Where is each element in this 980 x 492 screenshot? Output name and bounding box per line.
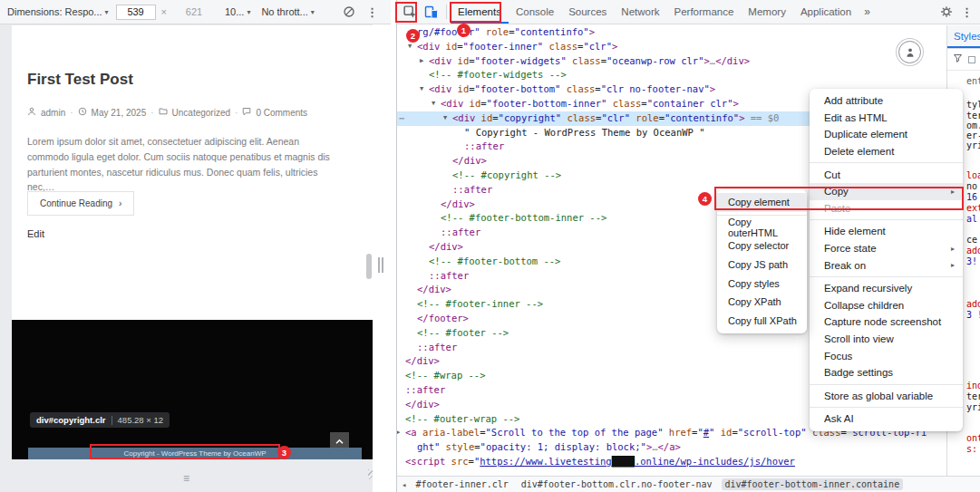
breadcrumb-item[interactable]: div#footer-bottom-inner.containe (722, 478, 904, 490)
menu-item-delete-element[interactable]: Delete element (810, 143, 963, 160)
collapse-arrow-icon[interactable]: ▼ (420, 82, 423, 97)
menu-item-force-state[interactable]: Force state▸ (810, 240, 963, 257)
tree-node[interactable]: ▶<div id="footer-widgets" class="oceanwp… (397, 54, 946, 69)
menu-item-copy-selector[interactable]: Copy selector (717, 236, 807, 256)
code-token: <!-- #footer-inner --> (417, 298, 543, 309)
tab-console[interactable]: Console (509, 0, 561, 24)
chevron-right-icon: › (119, 198, 121, 208)
code-token: > (589, 26, 595, 37)
expand-arrow-icon[interactable]: ▶ (397, 426, 400, 440)
viewport-height-input[interactable] (174, 5, 214, 20)
inspected-copyright-element[interactable]: Copyright - WordPress Theme by OceanWP (28, 448, 362, 459)
tab-performance[interactable]: Performance (667, 0, 742, 24)
tree-node[interactable]: <!-- #footer-widgets --> (397, 68, 946, 82)
menu-separator (810, 219, 963, 220)
collapse-arrow-icon[interactable]: ▼ (432, 97, 435, 111)
tree-node[interactable]: <script src="https://www.livetesting████… (397, 455, 946, 469)
more-tabs-button[interactable]: » (859, 5, 876, 18)
accessibility-icon[interactable] (898, 41, 921, 63)
menu-item-focus[interactable]: Focus (810, 347, 963, 364)
menu-item-copy-full-xpath[interactable]: Copy full XPath (717, 312, 807, 331)
inspect-icon[interactable] (399, 1, 421, 23)
tab-elements[interactable]: Elements (451, 0, 509, 24)
edit-link[interactable]: Edit (27, 228, 44, 239)
menu-item-hide-element[interactable]: Hide element (810, 223, 963, 240)
code-token: "contentinfo" (665, 112, 739, 123)
tab-application[interactable]: Application (793, 0, 859, 24)
inspect-tooltip: div#copyright.clr 485.28 × 12 (30, 412, 170, 428)
menu-item-copy[interactable]: Copy▸ (810, 183, 963, 200)
menu-item-label: Collapse children (824, 300, 904, 311)
menu-item-copy-xpath[interactable]: Copy XPath (717, 293, 807, 312)
tab-sources[interactable]: Sources (561, 0, 614, 24)
viewport-resize-handle[interactable]: ≡ (183, 472, 189, 485)
more-vertical-icon[interactable]: ⋮ (366, 5, 378, 19)
menu-item-capture-node-screenshot[interactable]: Capture node screenshot (810, 314, 963, 331)
viewport-width-input[interactable] (116, 5, 156, 20)
menu-item-expand-recursively[interactable]: Expand recursively (810, 280, 963, 297)
divider-grip-icon[interactable] (378, 257, 383, 273)
code-token: id (451, 83, 469, 94)
menu-item-cut[interactable]: Cut (810, 166, 963, 183)
code-token: id (451, 55, 469, 66)
menu-item-copy-js-path[interactable]: Copy JS path (717, 256, 807, 275)
menu-item-ask-ai[interactable]: Ask AI (810, 410, 963, 428)
menu-item-copy-outerhtml[interactable]: Copy outerHTML (717, 218, 807, 237)
back-arrow-icon[interactable]: ◂ (402, 480, 406, 489)
devtools-divider[interactable] (373, 24, 396, 492)
meta-separator: · (150, 108, 153, 118)
tree-node[interactable]: ght" style="opacity: 1; display: block;"… (397, 440, 946, 455)
code-token: ::after (464, 140, 504, 151)
code-token: ::after (405, 384, 445, 395)
element-state-icon[interactable] (968, 56, 975, 63)
menu-item-label: Ask AI (824, 413, 854, 424)
code-token: id (475, 112, 492, 123)
tree-node[interactable]: rg/#footer" role="contentinfo"> (397, 25, 946, 40)
zoom-dropdown[interactable]: 10... ▾ (225, 6, 250, 17)
tab-memory[interactable]: Memory (741, 0, 793, 24)
menu-item-store-as-global-variable[interactable]: Store as global variable (810, 388, 963, 405)
menu-item-copy-styles[interactable]: Copy styles (717, 274, 807, 293)
breadcrumb-item[interactable]: div#footer-bottom.clr.no-footer-nav (518, 478, 716, 490)
menu-item-break-on[interactable]: Break on▸ (810, 256, 963, 274)
code-token: class (561, 112, 596, 123)
tree-node[interactable]: ▼<div id="footer-inner" class="clr"> (397, 40, 946, 54)
expand-arrow-icon[interactable]: ▶ (420, 54, 423, 69)
style-fragment: ce (966, 235, 977, 245)
menu-item-duplicate-element[interactable]: Duplicate element (810, 126, 963, 143)
menu-item-scroll-into-view[interactable]: Scroll into view (810, 331, 963, 348)
dimensions-dropdown[interactable]: Dimensions: Respo... ▾ (7, 6, 109, 17)
code-token: "opacity: 1; display: block;" (480, 441, 646, 452)
menu-item-badge-settings[interactable]: Badge settings (810, 364, 963, 381)
gear-icon[interactable] (936, 1, 957, 23)
post-author[interactable]: admin (41, 108, 65, 118)
devtools-tab-bar: ElementsConsoleSourcesNetworkPerformance… (397, 0, 980, 24)
clock-icon (78, 107, 87, 118)
throttling-dropdown[interactable]: No thrott... ▾ (261, 6, 314, 17)
filter-funnel-icon[interactable] (953, 53, 963, 66)
post-category[interactable]: Uncategorized (172, 108, 230, 118)
chevron-up-icon (334, 437, 345, 447)
collapse-arrow-icon[interactable]: ▼ (443, 111, 447, 126)
more-actions-icon[interactable]: ⋯ (399, 111, 403, 126)
menu-item-label: Add attribute (824, 95, 883, 106)
tab-network[interactable]: Network (614, 0, 666, 24)
toolbar-divider (446, 5, 447, 19)
style-fragment: al (966, 214, 977, 224)
tab-styles[interactable]: Styles (947, 25, 980, 48)
rotate-icon[interactable] (343, 5, 355, 18)
page-scrollbar[interactable] (366, 254, 372, 279)
menu-item-label: Edit as HTML (824, 112, 888, 123)
menu-item-copy-element[interactable]: Copy element (717, 193, 807, 212)
device-toolbar-icon[interactable] (421, 1, 442, 23)
code-token: <div (452, 112, 475, 123)
menu-item-edit-as-html[interactable]: Edit as HTML (810, 110, 963, 127)
post-comments[interactable]: 0 Comments (256, 108, 307, 118)
code-token: "oceanwp-row clr" (606, 55, 703, 66)
more-vertical-icon[interactable]: ⋮ (961, 5, 973, 19)
code-token: class (567, 55, 601, 66)
breadcrumb-item[interactable]: #footer-inner.clr (412, 478, 511, 490)
continue-reading-button[interactable]: Continue Reading › (27, 191, 134, 216)
menu-item-collapse-children[interactable]: Collapse children (810, 297, 963, 314)
menu-item-add-attribute[interactable]: Add attribute (810, 92, 963, 110)
